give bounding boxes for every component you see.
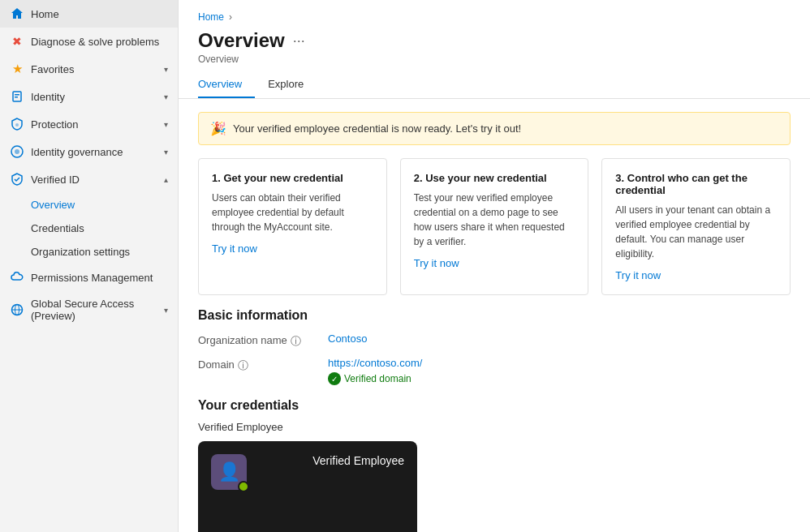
credential-card: 👤 Verified Employee Contoso	[198, 441, 417, 532]
org-name-value: Contoso	[328, 332, 791, 349]
identity-icon	[10, 89, 24, 104]
banner-text: Your verified employee credential is now…	[233, 122, 521, 135]
sidebar-sub-item-org-settings-label: Organization settings	[31, 246, 130, 258]
domain-value: https://contoso.com/ ✓ Verified domain	[328, 357, 791, 385]
globe-icon	[10, 302, 24, 317]
credential-card-title: Verified Employee	[312, 454, 404, 467]
favorites-chevron: ▾	[164, 65, 168, 74]
sidebar: Home ✖ Diagnose & solve problems ★ Favor…	[0, 0, 179, 532]
sidebar-item-favorites-label: Favorites	[31, 63, 157, 75]
org-name-label: Organization name ⓘ	[198, 332, 328, 349]
credentials-section-title: Your credentials	[198, 398, 791, 413]
card-2-link[interactable]: Try it now	[414, 257, 459, 269]
svg-point-3	[15, 123, 19, 127]
sidebar-sub-item-overview[interactable]: Overview	[0, 193, 178, 217]
banner-icon: 🎉	[210, 121, 226, 136]
sidebar-item-identity-label: Identity	[31, 91, 157, 103]
sidebar-item-verified-id[interactable]: Verified ID ▴	[0, 165, 178, 193]
card-1: 1. Get your new credential Users can obt…	[198, 158, 387, 295]
card-1-body: Users can obtain their verified employee…	[212, 191, 373, 234]
page-subtitle: Overview	[179, 54, 810, 71]
card-1-title: 1. Get your new credential	[212, 172, 373, 184]
home-icon	[10, 6, 24, 21]
sidebar-item-global-label: Global Secure Access (Preview)	[31, 298, 157, 322]
cards-container: 1. Get your new credential Users can obt…	[198, 158, 791, 295]
credential-avatar: 👤	[211, 454, 247, 490]
sidebar-sub-item-org-settings[interactable]: Organization settings	[0, 240, 178, 264]
sidebar-item-protection-label: Protection	[31, 118, 157, 131]
sidebar-item-permissions-label: Permissions Management	[31, 272, 168, 284]
sidebar-item-home-label: Home	[31, 8, 168, 20]
star-icon: ★	[10, 62, 24, 76]
sidebar-item-favorites[interactable]: ★ Favorites ▾	[0, 55, 178, 83]
verified-check-icon: ✓	[328, 372, 341, 385]
card-3: 3. Control who can get the credential Al…	[601, 158, 791, 295]
breadcrumb: Home ›	[179, 0, 810, 26]
sidebar-item-diagnose[interactable]: ✖ Diagnose & solve problems	[0, 28, 178, 55]
domain-link[interactable]: https://contoso.com/	[328, 357, 791, 369]
card-1-link[interactable]: Try it now	[212, 242, 257, 255]
sidebar-item-diagnose-label: Diagnose & solve problems	[31, 36, 168, 48]
main-content: Home › Overview ··· Overview Overview Ex…	[179, 0, 810, 532]
svg-point-5	[15, 149, 19, 154]
page-title: Overview	[198, 29, 285, 52]
info-table: Organization name ⓘ Contoso Domain ⓘ htt…	[198, 332, 791, 385]
verified-domain-badge: ✓ Verified domain	[328, 372, 791, 385]
svg-rect-2	[15, 97, 18, 98]
wrench-icon: ✖	[10, 34, 24, 49]
sidebar-item-identity[interactable]: Identity ▾	[0, 83, 178, 110]
global-chevron: ▾	[164, 306, 168, 315]
card-2: 2. Use your new credential Test your new…	[400, 158, 589, 295]
domain-label: Domain ⓘ	[198, 357, 328, 385]
card-2-title: 2. Use your new credential	[414, 172, 575, 184]
verified-id-chevron: ▴	[164, 175, 168, 184]
org-info-icon[interactable]: ⓘ	[291, 334, 301, 349]
tabs: Overview Explore	[179, 71, 810, 99]
governance-chevron: ▾	[164, 148, 168, 157]
sidebar-sub-item-credentials-label: Credentials	[31, 222, 84, 234]
shield-icon	[10, 117, 24, 131]
card-3-body: All users in your tenant can obtain a ve…	[615, 203, 777, 261]
sidebar-item-permissions[interactable]: Permissions Management	[0, 264, 178, 291]
basic-info-title: Basic information	[179, 308, 810, 323]
tab-overview[interactable]: Overview	[198, 71, 255, 98]
person-icon: 👤	[218, 461, 240, 483]
identity-chevron: ▾	[164, 92, 168, 101]
page-header: Overview ···	[179, 26, 810, 54]
domain-info-icon[interactable]: ⓘ	[238, 358, 248, 373]
sidebar-item-governance-label: Identity governance	[31, 146, 157, 158]
breadcrumb-separator: ›	[229, 11, 232, 23]
sidebar-sub-item-credentials[interactable]: Credentials	[0, 217, 178, 240]
card-3-link[interactable]: Try it now	[615, 269, 661, 281]
banner: 🎉 Your verified employee credential is n…	[198, 112, 791, 145]
sidebar-item-verified-id-label: Verified ID	[31, 174, 157, 186]
sidebar-item-identity-governance[interactable]: Identity governance ▾	[0, 138, 178, 165]
sidebar-item-protection[interactable]: Protection ▾	[0, 110, 178, 138]
sidebar-sub-item-overview-label: Overview	[31, 199, 75, 211]
card-2-body: Test your new verified employee credenti…	[414, 191, 575, 249]
verified-id-icon	[10, 172, 24, 187]
page-menu-button[interactable]: ···	[293, 32, 305, 49]
breadcrumb-home[interactable]: Home	[198, 11, 224, 23]
sidebar-item-global-secure[interactable]: Global Secure Access (Preview) ▾	[0, 291, 178, 328]
green-dot-badge	[238, 481, 249, 492]
credentials-type-label: Verified Employee	[198, 421, 791, 433]
tab-explore[interactable]: Explore	[268, 71, 317, 98]
credentials-section: Your credentials Verified Employee 👤 Ver…	[179, 398, 810, 532]
governance-icon	[10, 144, 24, 159]
sidebar-item-home[interactable]: Home	[0, 0, 178, 28]
protection-chevron: ▾	[164, 120, 168, 129]
cloud-icon	[10, 270, 24, 285]
svg-rect-1	[15, 94, 19, 96]
card-3-title: 3. Control who can get the credential	[615, 172, 777, 196]
